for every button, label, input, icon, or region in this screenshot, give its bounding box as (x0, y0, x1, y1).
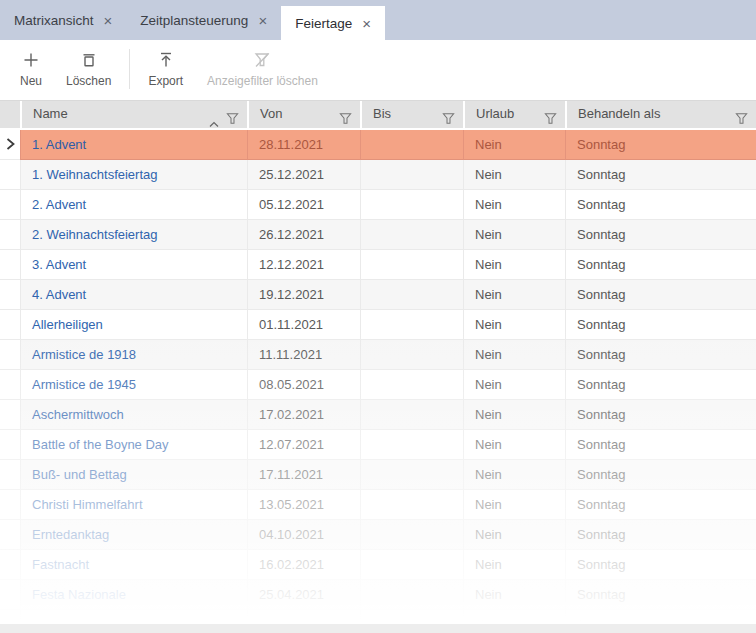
export-button[interactable]: Export (136, 43, 195, 95)
cell-behandeln: Sonntag (565, 130, 756, 160)
cell-bis (360, 190, 463, 220)
cell-bis (360, 550, 463, 580)
cell-von: 17.11.2021 (247, 460, 360, 490)
filter-icon[interactable] (544, 108, 557, 128)
filter-icon[interactable] (339, 108, 352, 128)
cell-name[interactable]: Aschermittwoch (20, 400, 247, 430)
cell-von: 08.05.2021 (247, 370, 360, 400)
column-header-bis[interactable]: Bis (360, 101, 463, 128)
trash-icon (79, 50, 99, 70)
table-row[interactable]: 4. Advent19.12.2021NeinSonntag (0, 280, 756, 310)
table-row[interactable]: 2. Advent05.12.2021NeinSonntag (0, 190, 756, 220)
cell-name[interactable]: 1. Advent (20, 130, 247, 160)
table-row[interactable]: Fastnacht16.02.2021NeinSonntag (0, 550, 756, 580)
table-row[interactable]: Armistice de 191811.11.2021NeinSonntag (0, 340, 756, 370)
table-row[interactable]: Allerheiligen01.11.2021NeinSonntag (0, 310, 756, 340)
table-row[interactable]: Armistice de 194508.05.2021NeinSonntag (0, 370, 756, 400)
cell-behandeln: Sonntag (565, 310, 756, 340)
table-row[interactable]: Battle of the Boyne Day12.07.2021NeinSon… (0, 430, 756, 460)
cell-bis (360, 160, 463, 190)
cell-name[interactable]: 1. Weihnachtsfeiertag (20, 160, 247, 190)
cell-bis (360, 340, 463, 370)
cell-von: 16.02.2021 (247, 550, 360, 580)
cell-von: 28.11.2021 (247, 130, 360, 160)
row-gutter-cell (0, 370, 20, 400)
cell-name[interactable]: Allerheiligen (20, 310, 247, 340)
row-gutter-cell (0, 340, 20, 370)
row-gutter-cell (0, 490, 20, 520)
tab-close-icon[interactable]: × (258, 13, 267, 28)
toolbar-button-label: Löschen (66, 74, 111, 88)
cell-name[interactable]: Armistice de 1918 (20, 340, 247, 370)
cell-urlaub: Nein (463, 370, 565, 400)
cell-bis (360, 580, 463, 610)
tab-feiertage[interactable]: Feiertage× (281, 6, 385, 40)
cell-bis (360, 220, 463, 250)
table-row[interactable]: Buß- und Bettag17.11.2021NeinSonntag (0, 460, 756, 490)
filter-icon[interactable] (226, 108, 239, 128)
table-row[interactable]: 1. Advent28.11.2021NeinSonntag (0, 130, 756, 160)
tab-label: Matrixansicht (14, 13, 94, 28)
cell-behandeln: Sonntag (565, 520, 756, 550)
table-row[interactable]: Erntedanktag04.10.2021NeinSonntag (0, 520, 756, 550)
tab-label: Zeitplansteuerung (140, 13, 248, 28)
cell-urlaub: Nein (463, 130, 565, 160)
cell-name[interactable]: Christi Himmelfahrt (20, 490, 247, 520)
cell-von: 17.02.2021 (247, 400, 360, 430)
cell-von: 05.12.2021 (247, 190, 360, 220)
column-header-von[interactable]: Von (247, 101, 360, 128)
table-row[interactable]: 3. Advent12.12.2021NeinSonntag (0, 250, 756, 280)
row-gutter-cell (0, 310, 20, 340)
cell-behandeln: Sonntag (565, 460, 756, 490)
cell-urlaub: Nein (463, 190, 565, 220)
cell-von: 04.10.2021 (247, 520, 360, 550)
table-row[interactable]: Aschermittwoch17.02.2021NeinSonntag (0, 400, 756, 430)
cell-name[interactable]: 2. Weihnachtsfeiertag (20, 220, 247, 250)
cell-name[interactable]: 3. Advent (20, 250, 247, 280)
column-header-name[interactable]: Name (20, 101, 247, 128)
header-gutter-cell (0, 101, 20, 128)
cell-bis (360, 370, 463, 400)
row-gutter-cell (0, 280, 20, 310)
cell-name[interactable]: Erntedanktag (20, 520, 247, 550)
cell-name[interactable]: 2. Advent (20, 190, 247, 220)
cell-von: 19.12.2021 (247, 280, 360, 310)
cell-name[interactable]: 4. Advent (20, 280, 247, 310)
tab-matrixansicht[interactable]: Matrixansicht× (0, 0, 126, 40)
table-row[interactable]: Festa Nazionale25.04.2021NeinSonntag (0, 580, 756, 610)
filter-icon[interactable] (735, 108, 748, 128)
cell-behandeln: Sonntag (565, 550, 756, 580)
export-icon (156, 50, 176, 70)
new-button[interactable]: Neu (8, 43, 54, 95)
cell-behandeln: Sonntag (565, 400, 756, 430)
column-header-urlaub[interactable]: Urlaub (463, 101, 565, 128)
cell-name[interactable]: Festa Nazionale (20, 580, 247, 610)
cell-name[interactable]: Armistice de 1945 (20, 370, 247, 400)
cell-behandeln: Sonntag (565, 250, 756, 280)
table-row[interactable]: Christi Himmelfahrt13.05.2021NeinSonntag (0, 490, 756, 520)
cell-bis (360, 520, 463, 550)
table-row[interactable]: 1. Weihnachtsfeiertag25.12.2021NeinSonnt… (0, 160, 756, 190)
cell-urlaub: Nein (463, 400, 565, 430)
cell-von: 26.12.2021 (247, 220, 360, 250)
tab-zeitplansteuerung[interactable]: Zeitplansteuerung× (126, 0, 281, 40)
clear-display-filter-button: Anzeigefilter löschen (195, 43, 330, 95)
cell-behandeln: Sonntag (565, 190, 756, 220)
cell-behandeln: Sonntag (565, 340, 756, 370)
column-header-behandeln[interactable]: Behandeln als (565, 101, 756, 128)
cell-name[interactable]: Fastnacht (20, 550, 247, 580)
column-header-label: Name (33, 106, 68, 121)
column-header-label: Behandeln als (578, 106, 660, 121)
cell-urlaub: Nein (463, 520, 565, 550)
table-row[interactable]: 2. Weihnachtsfeiertag26.12.2021NeinSonnt… (0, 220, 756, 250)
toolbar: NeuLöschenExportAnzeigefilter löschen (0, 40, 756, 98)
tab-close-icon[interactable]: × (362, 16, 371, 31)
cell-name[interactable]: Battle of the Boyne Day (20, 430, 247, 460)
delete-button[interactable]: Löschen (54, 43, 123, 95)
toolbar-button-label: Anzeigefilter löschen (207, 74, 318, 88)
filter-icon[interactable] (442, 108, 455, 128)
cell-bis (360, 430, 463, 460)
tab-close-icon[interactable]: × (104, 13, 113, 28)
toolbar-button-label: Export (148, 74, 183, 88)
cell-name[interactable]: Buß- und Bettag (20, 460, 247, 490)
